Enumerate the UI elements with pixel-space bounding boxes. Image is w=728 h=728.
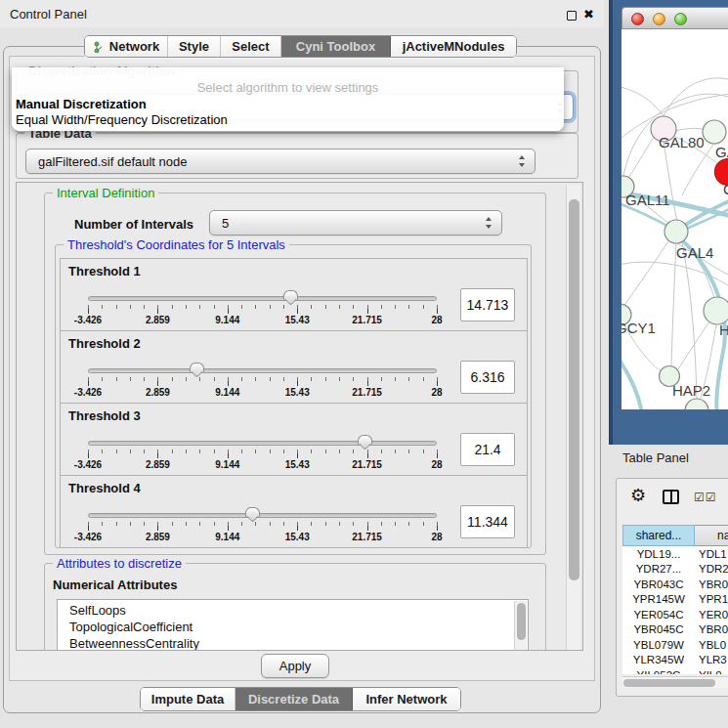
tab-impute-data[interactable]: Impute Data <box>141 688 236 710</box>
scale-label: 9.144 <box>215 315 239 325</box>
threshold-3-panel: Threshold 3 -3.426 2.859 9.144 15.43 21.… <box>60 403 528 476</box>
tab-cyni-toolbox[interactable]: Cyni Toolbox <box>281 36 391 57</box>
number-of-intervals-combo[interactable]: 5 <box>209 210 502 236</box>
list-item[interactable]: BetweennessCentrality <box>58 635 528 651</box>
cell: YBR0 <box>695 623 728 635</box>
scale-label: 21.715 <box>352 532 382 542</box>
popup-option-manual-discretization[interactable]: Manual Discretization <box>16 97 147 111</box>
cell: YER054C <box>622 609 695 621</box>
tab-select[interactable]: Select <box>221 36 281 57</box>
threshold-2-value-field[interactable]: 6.316 <box>460 361 515 394</box>
node-partial-bottom[interactable] <box>685 399 708 409</box>
scale-label: 15.43 <box>285 532 310 542</box>
slider-tick-marks <box>88 450 438 458</box>
network-window-titlebar[interactable] <box>621 7 728 29</box>
numerical-attributes-label: Numerical Attributes <box>53 578 177 592</box>
threshold-2-slider-thumb[interactable] <box>190 363 204 379</box>
list-scrollbar[interactable] <box>514 601 527 651</box>
table-horizontal-scrollbar[interactable] <box>622 676 728 688</box>
threshold-3-slider-thumb[interactable] <box>358 435 372 451</box>
zoom-window-icon[interactable] <box>674 13 687 25</box>
scale-label: 2.859 <box>146 387 170 398</box>
cell: YIL052C <box>622 669 695 674</box>
top-tab-bar: Network Style Select Cyni Toolbox jActiv… <box>84 35 517 58</box>
column-header-name[interactable]: na <box>695 525 728 546</box>
tab-network[interactable]: Network <box>85 36 168 57</box>
threshold-1-slider-thumb[interactable] <box>283 290 298 307</box>
apply-button[interactable]: Apply <box>261 654 329 678</box>
threshold-4-value-field[interactable]: 11.344 <box>460 505 515 538</box>
float-window-icon[interactable] <box>567 11 577 21</box>
threshold-3-value-field[interactable]: 21.4 <box>460 433 515 466</box>
threshold-2-slider[interactable] <box>88 368 437 373</box>
tab-style[interactable]: Style <box>168 36 221 57</box>
table-row[interactable]: YBL079WYBL0 <box>622 637 728 653</box>
table-row[interactable]: YDL19...YDL1 <box>622 546 728 562</box>
scale-label: 9.144 <box>215 532 239 542</box>
split-view-icon[interactable] <box>663 490 679 504</box>
table-data-combo[interactable]: galFiltered.sif default node <box>25 149 535 174</box>
tab-network-label: Network <box>109 39 159 54</box>
threshold-4-slider[interactable] <box>88 513 437 518</box>
node-label: GAL80 <box>659 134 705 150</box>
popup-placeholder-item[interactable]: Select algorithm to view settings <box>12 80 564 95</box>
bottom-tab-bar: Impute Data Discretize Data Infer Networ… <box>140 687 461 711</box>
tab-infer-network[interactable]: Infer Network <box>353 688 460 710</box>
cell: YDL1 <box>695 548 728 560</box>
slider-scale-labels: -3.426 2.859 9.144 15.43 21.715 28 <box>88 315 437 325</box>
close-window-icon[interactable] <box>631 13 644 25</box>
threshold-4-slider-thumb[interactable] <box>245 507 260 524</box>
tab-jactivemnodules[interactable]: jActiveMNodules <box>391 36 516 57</box>
scale-label: -3.426 <box>74 315 102 325</box>
minimize-window-icon[interactable] <box>653 13 665 25</box>
cell: YDL19... <box>622 548 695 560</box>
settings-scrollbar[interactable] <box>566 185 580 650</box>
table-header-row: shared... na <box>622 525 728 546</box>
popup-option-equal-width-frequency[interactable]: Equal Width/Frequency Discretization <box>16 112 228 127</box>
control-panel-titlebar: Control Panel ✖ <box>0 0 604 27</box>
scale-label: 28 <box>431 532 442 542</box>
table-row[interactable]: YLR345WYLR3 <box>622 653 728 668</box>
attributes-group-title: Attributes to discretize <box>53 557 186 570</box>
numerical-attributes-list[interactable]: SelfLoops TopologicalCoefficient Between… <box>57 599 529 651</box>
close-icon[interactable]: ✖ <box>583 7 594 21</box>
thresholds-group-title: Threshold's Coordinates for 5 Intervals <box>64 238 289 251</box>
node-gal4[interactable] <box>664 220 688 243</box>
table-panel-title: Table Panel <box>622 450 689 465</box>
scale-label: 28 <box>431 387 442 398</box>
node-h-partial[interactable] <box>704 297 728 324</box>
threshold-1-panel: Threshold 1 -3.426 2.859 9.144 15.43 21.… <box>60 258 528 331</box>
gear-icon[interactable]: ⚙ <box>630 487 646 504</box>
interval-definition-title: Interval Definition <box>53 187 158 199</box>
threshold-1-value-field[interactable]: 14.713 <box>460 288 515 321</box>
threshold-4-panel: Threshold 4 -3.426 2.859 9.144 15.43 21.… <box>60 475 528 548</box>
table-row[interactable]: YBR045CYBR0 <box>622 622 728 638</box>
table-row[interactable]: YER054CYER0 <box>622 607 728 622</box>
column-header-shared[interactable]: shared... <box>622 525 695 546</box>
node-partial-top-right[interactable] <box>703 120 726 144</box>
table-row[interactable]: YDR27...YDR2 <box>622 562 728 578</box>
table-row[interactable]: YPR145WYPR1 <box>622 592 728 608</box>
scale-label: 9.144 <box>215 387 239 398</box>
table-row[interactable]: YBR043CYBR0 <box>622 577 728 592</box>
table-row[interactable]: YIL052CYIL0 <box>622 667 728 674</box>
network-canvas[interactable]: GAL80 GA C GAL11 GAL4 GCY1 H HAP2 <box>621 29 728 409</box>
cell: YBL0 <box>695 639 728 651</box>
scale-label: -3.426 <box>74 387 102 398</box>
threshold-3-slider[interactable] <box>88 441 437 446</box>
list-item[interactable]: SelfLoops <box>58 602 528 619</box>
scale-label: 28 <box>431 459 442 470</box>
checkbox-filter-icons[interactable]: ☑☑ <box>694 491 717 504</box>
settings-scrollpane: Interval Definition Number of Intervals … <box>16 182 583 651</box>
combo-arrows-icon <box>486 217 492 229</box>
tab-discretize-data[interactable]: Discretize Data <box>236 688 353 710</box>
number-of-intervals-label: Number of Intervals <box>74 217 193 232</box>
scale-label: 28 <box>431 315 442 325</box>
list-item[interactable]: TopologicalCoefficient <box>58 619 528 635</box>
scale-label: 21.715 <box>352 315 382 325</box>
threshold-1-slider[interactable] <box>88 296 437 301</box>
node-label: HAP2 <box>672 382 710 399</box>
scale-label: 15.43 <box>285 459 310 470</box>
table-data-combo-value: galFiltered.sif default node <box>38 154 187 169</box>
scale-label: 2.859 <box>146 315 170 325</box>
